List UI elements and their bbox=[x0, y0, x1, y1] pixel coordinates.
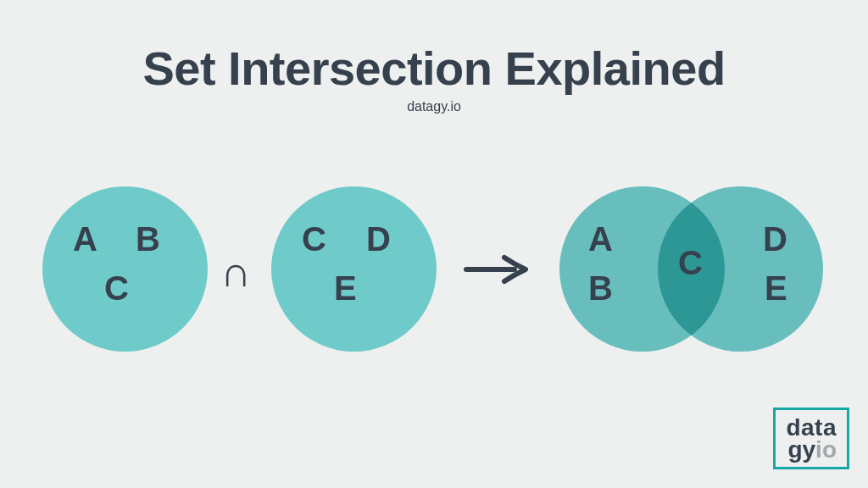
venn-left-element: B bbox=[588, 269, 613, 308]
intersection-operator: ∩ bbox=[220, 247, 251, 297]
venn-intersection-element: C bbox=[678, 244, 703, 282]
venn-left-element: A bbox=[588, 220, 613, 258]
header: Set Intersection Explained datagy.io bbox=[0, 0, 868, 114]
set-left-element: B bbox=[136, 220, 160, 258]
datagy-logo: data gyio bbox=[773, 408, 849, 469]
page-subtitle: datagy.io bbox=[0, 99, 868, 114]
logo-text-io: io bbox=[815, 436, 837, 463]
logo-text-gy: gy bbox=[787, 436, 815, 463]
page-title: Set Intersection Explained bbox=[0, 41, 868, 96]
set-right-element: D bbox=[366, 220, 391, 258]
set-left-element: C bbox=[104, 269, 129, 308]
set-right-element: C bbox=[302, 220, 326, 258]
set-right-element: E bbox=[334, 269, 357, 308]
logo-text-line2: gyio bbox=[786, 439, 837, 462]
diagram: A B C ∩ C D E A B C D E bbox=[0, 178, 868, 398]
logo-text-line1: data bbox=[786, 417, 837, 440]
venn-right-element: E bbox=[765, 269, 787, 308]
arrow-icon bbox=[462, 252, 530, 290]
venn-right-element: D bbox=[763, 220, 787, 258]
set-left-element: A bbox=[73, 220, 97, 258]
